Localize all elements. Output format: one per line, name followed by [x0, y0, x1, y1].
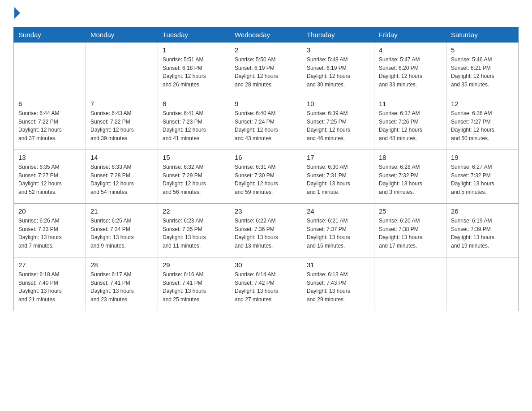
- logo: [13, 9, 20, 19]
- day-info: Sunrise: 6:32 AM Sunset: 7:29 PM Dayligh…: [163, 163, 225, 196]
- weekday-header-thursday: Thursday: [302, 27, 374, 43]
- week-row-5: 27Sunrise: 6:18 AM Sunset: 7:40 PM Dayli…: [14, 257, 519, 311]
- day-number: 28: [90, 261, 153, 269]
- calendar-cell: 13Sunrise: 6:35 AM Sunset: 7:27 PM Dayli…: [14, 150, 86, 204]
- day-number: 2: [235, 46, 297, 54]
- day-number: 7: [90, 100, 153, 107]
- day-number: 1: [163, 46, 225, 54]
- calendar-cell: 23Sunrise: 6:22 AM Sunset: 7:36 PM Dayli…: [230, 204, 302, 257]
- day-info: Sunrise: 6:25 AM Sunset: 7:34 PM Dayligh…: [90, 217, 153, 250]
- day-info: Sunrise: 6:37 AM Sunset: 7:26 PM Dayligh…: [379, 109, 442, 142]
- day-number: 12: [451, 100, 514, 107]
- calendar-cell: 6Sunrise: 6:44 AM Sunset: 7:22 PM Daylig…: [14, 96, 86, 150]
- calendar-cell: 10Sunrise: 6:39 AM Sunset: 7:25 PM Dayli…: [302, 96, 374, 150]
- day-info: Sunrise: 5:51 AM Sunset: 6:18 PM Dayligh…: [163, 56, 225, 89]
- calendar-cell: 31Sunrise: 6:13 AM Sunset: 7:43 PM Dayli…: [302, 257, 374, 311]
- calendar-cell: 24Sunrise: 6:21 AM Sunset: 7:37 PM Dayli…: [302, 204, 374, 257]
- calendar-cell: 30Sunrise: 6:14 AM Sunset: 7:42 PM Dayli…: [230, 257, 302, 311]
- day-number: 29: [163, 261, 225, 269]
- calendar-cell: 11Sunrise: 6:37 AM Sunset: 7:26 PM Dayli…: [374, 96, 446, 150]
- calendar-cell: [446, 257, 519, 311]
- day-number: 21: [90, 207, 153, 215]
- week-row-3: 13Sunrise: 6:35 AM Sunset: 7:27 PM Dayli…: [14, 150, 519, 204]
- calendar-cell: 1Sunrise: 5:51 AM Sunset: 6:18 PM Daylig…: [158, 43, 230, 96]
- calendar-table: SundayMondayTuesdayWednesdayThursdayFrid…: [13, 27, 519, 311]
- day-info: Sunrise: 6:20 AM Sunset: 7:38 PM Dayligh…: [379, 217, 442, 250]
- day-number: 23: [235, 207, 297, 215]
- day-number: 20: [18, 207, 81, 215]
- day-number: 22: [163, 207, 225, 215]
- day-info: Sunrise: 6:21 AM Sunset: 7:37 PM Dayligh…: [307, 217, 369, 250]
- day-info: Sunrise: 6:30 AM Sunset: 7:31 PM Dayligh…: [307, 163, 369, 196]
- day-info: Sunrise: 6:18 AM Sunset: 7:40 PM Dayligh…: [18, 270, 81, 304]
- calendar-cell: 22Sunrise: 6:23 AM Sunset: 7:35 PM Dayli…: [158, 204, 230, 257]
- calendar-cell: [86, 43, 158, 96]
- day-number: 17: [307, 154, 369, 161]
- day-number: 5: [451, 46, 514, 54]
- day-info: Sunrise: 6:16 AM Sunset: 7:41 PM Dayligh…: [163, 270, 225, 304]
- calendar-cell: [14, 43, 86, 96]
- calendar-cell: 4Sunrise: 5:47 AM Sunset: 6:20 PM Daylig…: [374, 43, 446, 96]
- calendar-cell: 12Sunrise: 6:36 AM Sunset: 7:27 PM Dayli…: [446, 96, 519, 150]
- weekday-header-monday: Monday: [86, 27, 158, 43]
- day-info: Sunrise: 5:48 AM Sunset: 6:19 PM Dayligh…: [307, 56, 369, 89]
- logo-triangle-icon: [14, 7, 20, 19]
- calendar-cell: 15Sunrise: 6:32 AM Sunset: 7:29 PM Dayli…: [158, 150, 230, 204]
- day-number: 24: [307, 207, 369, 215]
- day-info: Sunrise: 6:43 AM Sunset: 7:22 PM Dayligh…: [90, 109, 153, 142]
- day-info: Sunrise: 6:17 AM Sunset: 7:41 PM Dayligh…: [90, 270, 153, 304]
- day-info: Sunrise: 6:41 AM Sunset: 7:23 PM Dayligh…: [163, 109, 225, 142]
- calendar-cell: 2Sunrise: 5:50 AM Sunset: 6:19 PM Daylig…: [230, 43, 302, 96]
- day-number: 16: [235, 154, 297, 161]
- calendar-cell: 27Sunrise: 6:18 AM Sunset: 7:40 PM Dayli…: [14, 257, 86, 311]
- day-info: Sunrise: 6:31 AM Sunset: 7:30 PM Dayligh…: [235, 163, 297, 196]
- day-number: 8: [163, 100, 225, 107]
- day-info: Sunrise: 6:35 AM Sunset: 7:27 PM Dayligh…: [18, 163, 81, 196]
- calendar-cell: 25Sunrise: 6:20 AM Sunset: 7:38 PM Dayli…: [374, 204, 446, 257]
- calendar-cell: 9Sunrise: 6:40 AM Sunset: 7:24 PM Daylig…: [230, 96, 302, 150]
- day-number: 9: [235, 100, 297, 107]
- day-info: Sunrise: 6:28 AM Sunset: 7:32 PM Dayligh…: [379, 163, 442, 196]
- calendar-cell: [374, 257, 446, 311]
- day-number: 13: [18, 154, 81, 161]
- day-number: 26: [451, 207, 514, 215]
- calendar-cell: 14Sunrise: 6:33 AM Sunset: 7:28 PM Dayli…: [86, 150, 158, 204]
- day-info: Sunrise: 5:50 AM Sunset: 6:19 PM Dayligh…: [235, 56, 297, 89]
- calendar-cell: 3Sunrise: 5:48 AM Sunset: 6:19 PM Daylig…: [302, 43, 374, 96]
- day-info: Sunrise: 6:40 AM Sunset: 7:24 PM Dayligh…: [235, 109, 297, 142]
- calendar-cell: 17Sunrise: 6:30 AM Sunset: 7:31 PM Dayli…: [302, 150, 374, 204]
- page-header: [13, 9, 519, 19]
- day-number: 27: [18, 261, 81, 269]
- day-info: Sunrise: 6:27 AM Sunset: 7:32 PM Dayligh…: [451, 163, 514, 196]
- weekday-header-friday: Friday: [374, 27, 446, 43]
- day-info: Sunrise: 6:19 AM Sunset: 7:39 PM Dayligh…: [451, 217, 514, 250]
- day-number: 19: [451, 154, 514, 161]
- day-number: 3: [307, 46, 369, 54]
- week-row-4: 20Sunrise: 6:26 AM Sunset: 7:33 PM Dayli…: [14, 204, 519, 257]
- day-number: 14: [90, 154, 153, 161]
- day-info: Sunrise: 6:26 AM Sunset: 7:33 PM Dayligh…: [18, 217, 81, 250]
- day-info: Sunrise: 6:39 AM Sunset: 7:25 PM Dayligh…: [307, 109, 369, 142]
- day-info: Sunrise: 6:44 AM Sunset: 7:22 PM Dayligh…: [18, 109, 81, 142]
- day-number: 6: [18, 100, 81, 107]
- weekday-header-row: SundayMondayTuesdayWednesdayThursdayFrid…: [14, 27, 519, 43]
- calendar-cell: 7Sunrise: 6:43 AM Sunset: 7:22 PM Daylig…: [86, 96, 158, 150]
- calendar-cell: 16Sunrise: 6:31 AM Sunset: 7:30 PM Dayli…: [230, 150, 302, 204]
- day-info: Sunrise: 6:13 AM Sunset: 7:43 PM Dayligh…: [307, 270, 369, 304]
- day-info: Sunrise: 6:14 AM Sunset: 7:42 PM Dayligh…: [235, 270, 297, 304]
- weekday-header-saturday: Saturday: [446, 27, 519, 43]
- day-number: 4: [379, 46, 442, 54]
- calendar-cell: 8Sunrise: 6:41 AM Sunset: 7:23 PM Daylig…: [158, 96, 230, 150]
- weekday-header-wednesday: Wednesday: [230, 27, 302, 43]
- calendar-cell: 20Sunrise: 6:26 AM Sunset: 7:33 PM Dayli…: [14, 204, 86, 257]
- calendar-cell: 18Sunrise: 6:28 AM Sunset: 7:32 PM Dayli…: [374, 150, 446, 204]
- calendar-cell: 28Sunrise: 6:17 AM Sunset: 7:41 PM Dayli…: [86, 257, 158, 311]
- day-info: Sunrise: 5:47 AM Sunset: 6:20 PM Dayligh…: [379, 56, 442, 89]
- week-row-2: 6Sunrise: 6:44 AM Sunset: 7:22 PM Daylig…: [14, 96, 519, 150]
- day-number: 10: [307, 100, 369, 107]
- day-info: Sunrise: 6:33 AM Sunset: 7:28 PM Dayligh…: [90, 163, 153, 196]
- day-number: 11: [379, 100, 442, 107]
- calendar-cell: 29Sunrise: 6:16 AM Sunset: 7:41 PM Dayli…: [158, 257, 230, 311]
- week-row-1: 1Sunrise: 5:51 AM Sunset: 6:18 PM Daylig…: [14, 43, 519, 96]
- day-info: Sunrise: 6:22 AM Sunset: 7:36 PM Dayligh…: [235, 217, 297, 250]
